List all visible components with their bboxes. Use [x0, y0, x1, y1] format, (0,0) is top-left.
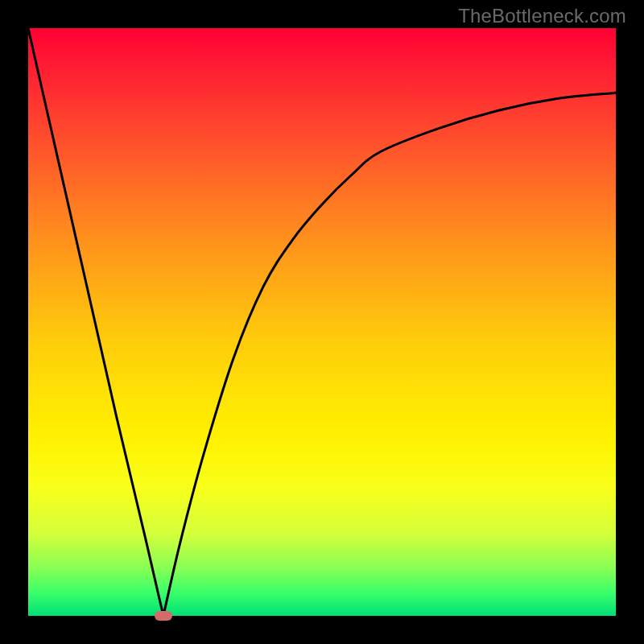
minimum-marker: [155, 611, 172, 621]
watermark-text: TheBottleneck.com: [458, 5, 626, 27]
curve-path: [28, 28, 616, 616]
chart-frame: TheBottleneck.com: [0, 0, 644, 644]
plot-area: [28, 28, 616, 616]
curve-svg: [28, 28, 616, 616]
